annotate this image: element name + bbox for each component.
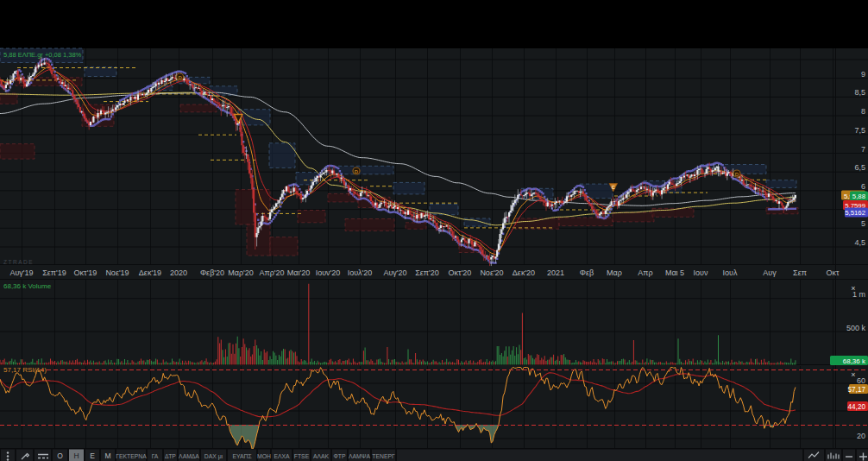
svg-text:2020: 2020 (170, 268, 187, 277)
svg-text:Ιουν: Ιουν (694, 268, 708, 277)
svg-text:ΑΛΑΚ: ΑΛΑΚ (313, 453, 330, 459)
svg-text:E: E (90, 452, 95, 460)
svg-text:5,88 ΕΛΠΕ.gr +0,08 1,38%: 5,88 ΕΛΠΕ.gr +0,08 1,38% (3, 51, 82, 59)
svg-text:×: × (851, 284, 855, 293)
svg-text:ΜΟΗ: ΜΟΗ (257, 453, 271, 459)
svg-text:Δεκ'20: Δεκ'20 (513, 268, 535, 277)
svg-text:Οκτ'20: Οκτ'20 (449, 268, 472, 277)
svg-text:Μαρ'20: Μαρ'20 (228, 268, 254, 277)
svg-text:×: × (851, 370, 855, 379)
svg-text:M: M (104, 452, 110, 460)
svg-text:Σεπ'19: Σεπ'19 (42, 268, 66, 277)
svg-text:Μαι'20: Μαι'20 (287, 268, 310, 277)
svg-text:Απρ: Απρ (638, 268, 652, 277)
svg-text:Αυγ'19: Αυγ'19 (9, 268, 33, 277)
svg-text:500 k: 500 k (846, 324, 866, 332)
svg-text:ΛΑΜΔΑ: ΛΑΜΔΑ (179, 453, 199, 459)
svg-text:2021: 2021 (547, 268, 564, 277)
svg-text:C: C (612, 185, 615, 190)
svg-text:Μαρ: Μαρ (607, 268, 622, 277)
svg-text:ΛΑΜΨΑ: ΛΑΜΨΑ (349, 453, 370, 459)
svg-text:9: 9 (861, 70, 865, 79)
svg-text:6: 6 (861, 182, 865, 191)
svg-text:ΤΕΝΕΡΓ: ΤΕΝΕΡΓ (372, 453, 395, 459)
svg-text:H: H (73, 452, 79, 460)
svg-text:57,17 RSI(14): 57,17 RSI(14) (3, 366, 47, 374)
svg-text:O: O (57, 452, 63, 460)
svg-text:Ιουν'20: Ιουν'20 (316, 268, 341, 277)
svg-text:5,5162: 5,5162 (845, 209, 865, 217)
svg-text:Σεπ'20: Σεπ'20 (415, 268, 439, 277)
svg-text:Ιουλ'20: Ιουλ'20 (348, 268, 373, 277)
svg-text:ΓΑ: ΓΑ (152, 453, 159, 459)
svg-text:4,5: 4,5 (854, 238, 865, 247)
svg-text:6,5: 6,5 (854, 163, 865, 172)
svg-text:7,5: 7,5 (854, 126, 865, 135)
svg-text:Μαι 5: Μαι 5 (665, 268, 684, 277)
svg-text:20: 20 (857, 432, 865, 440)
svg-text:8: 8 (861, 107, 865, 116)
svg-text:Φεβ: Φεβ (580, 268, 594, 277)
svg-text:5,88: 5,88 (852, 193, 865, 200)
svg-text:44,20: 44,20 (848, 403, 866, 411)
svg-text:Οκτ'19: Οκτ'19 (74, 268, 97, 277)
svg-text:DAX μι: DAX μι (204, 453, 223, 460)
svg-text:8,5: 8,5 (854, 88, 865, 97)
svg-text:Αυγ'20: Αυγ'20 (383, 268, 406, 277)
svg-text:Δεκ'19: Δεκ'19 (139, 268, 161, 277)
svg-text:57,17: 57,17 (848, 386, 866, 394)
svg-text:68,36 k Volume: 68,36 k Volume (3, 282, 52, 290)
svg-text:ΕΛΧΑ: ΕΛΧΑ (274, 453, 290, 459)
svg-text:7: 7 (861, 145, 865, 154)
svg-text:Σεπ: Σεπ (793, 268, 807, 277)
svg-text:68,36 k: 68,36 k (843, 357, 866, 365)
svg-text:ΦΤΡ: ΦΤΡ (333, 453, 346, 459)
svg-text:ΓΕΚΤΕΡΝΑ: ΓΕΚΤΕΡΝΑ (116, 453, 147, 459)
svg-text:D: D (735, 172, 739, 177)
svg-text:D: D (355, 169, 359, 174)
svg-text:ZTRADE: ZTRADE (3, 259, 34, 265)
svg-text:Απρ'20: Απρ'20 (259, 268, 284, 277)
svg-text:Φεβ'20: Φεβ'20 (200, 268, 224, 277)
svg-text:ΕΥΑΠΣ: ΕΥΑΠΣ (232, 453, 251, 459)
svg-text:D: D (178, 75, 182, 80)
svg-text:5: 5 (861, 219, 865, 228)
svg-text:Ιουλ: Ιουλ (723, 268, 738, 277)
svg-text:60: 60 (857, 376, 865, 385)
svg-text:Νοε'20: Νοε'20 (480, 268, 503, 277)
svg-text:Νοε'19: Νοε'19 (105, 268, 129, 277)
svg-text:FTSE: FTSE (294, 453, 310, 459)
svg-text:ΔΤΡ: ΔΤΡ (165, 453, 176, 459)
svg-text:Οκτ: Οκτ (826, 268, 840, 277)
svg-text:Αυγ: Αυγ (763, 268, 777, 277)
